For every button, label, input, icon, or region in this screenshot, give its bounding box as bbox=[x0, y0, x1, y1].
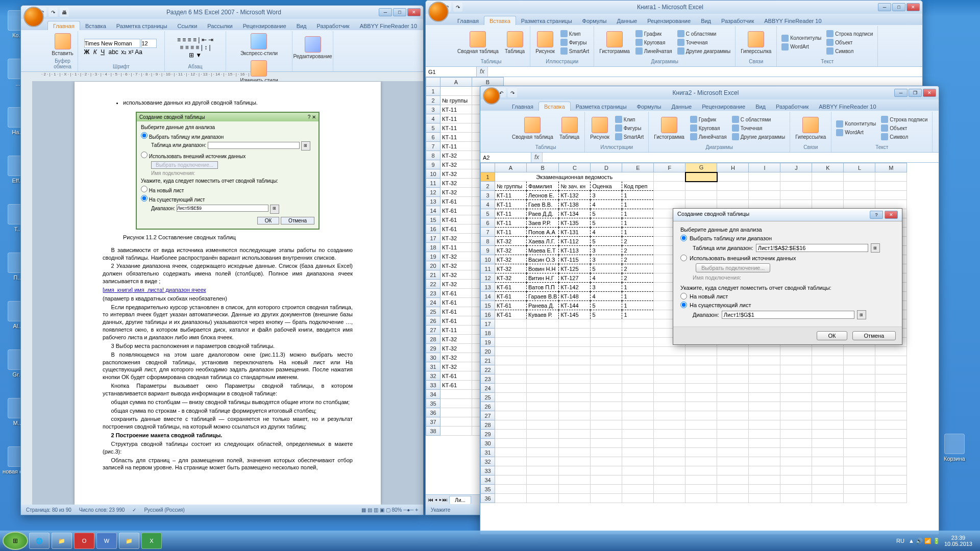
histogram-button[interactable]: Гистограмма bbox=[597, 30, 632, 55]
ribbon-tab[interactable]: Рассылки bbox=[202, 21, 237, 30]
minimize-button[interactable]: ─ bbox=[878, 3, 891, 11]
bold-button[interactable]: Ж bbox=[84, 48, 90, 56]
hyperlink-button[interactable]: Гиперссылка bbox=[739, 30, 773, 55]
ribbon-tab[interactable]: Вставка bbox=[80, 21, 111, 30]
redo-icon[interactable]: ↷ bbox=[453, 3, 462, 12]
redo-icon[interactable]: ↷ bbox=[508, 88, 517, 97]
minimize-button[interactable]: ─ bbox=[379, 8, 392, 16]
ribbon-tab[interactable]: Формулы bbox=[632, 102, 667, 111]
ruler-vertical[interactable] bbox=[21, 81, 32, 505]
existing-sheet-option[interactable]: На существующий лист bbox=[680, 302, 895, 308]
cancel-button[interactable]: Отмена bbox=[852, 331, 896, 340]
minimize-button[interactable]: ─ bbox=[894, 89, 908, 97]
ribbon-tab[interactable]: Рецензирование bbox=[238, 21, 291, 30]
document-area[interactable]: использование данных из другой сводной т… bbox=[21, 81, 423, 505]
recycle-bin[interactable]: Корзина bbox=[939, 434, 970, 462]
fx-icon[interactable]: fx bbox=[477, 67, 487, 77]
font-size[interactable] bbox=[141, 39, 157, 48]
new-sheet-option[interactable]: На новый лист bbox=[680, 293, 895, 299]
office-button[interactable] bbox=[428, 2, 449, 22]
close-button[interactable]: ✕ bbox=[923, 89, 936, 97]
pivot-table-button[interactable]: Сводная таблица bbox=[510, 116, 555, 141]
ribbon-tab[interactable]: Вставка bbox=[538, 102, 571, 111]
maximize-button[interactable]: □ bbox=[892, 3, 905, 11]
ribbon-tab[interactable]: Главная bbox=[452, 16, 484, 25]
help-button[interactable]: ? bbox=[870, 211, 883, 219]
task-excel[interactable]: X bbox=[141, 533, 162, 549]
ribbon-tabs: ГлавнаяВставкаРазметка страницыФормулыДа… bbox=[426, 14, 922, 25]
ribbon-tab[interactable]: Ссылки bbox=[173, 21, 203, 30]
redo-icon[interactable]: ↷ bbox=[48, 8, 58, 17]
formula-bar[interactable] bbox=[542, 153, 939, 162]
ribbon-tab[interactable]: Разметка страницы bbox=[111, 21, 173, 30]
ribbon-tab[interactable]: Разработчик bbox=[771, 102, 814, 111]
destination-input[interactable] bbox=[722, 311, 854, 319]
print-icon[interactable]: 🖶 bbox=[60, 8, 69, 17]
pivot-table-button[interactable]: Сводная таблица bbox=[455, 30, 501, 55]
name-box[interactable]: G1 bbox=[426, 67, 477, 77]
ribbon-tab[interactable]: Разметка страницы bbox=[571, 102, 632, 111]
italic-button[interactable]: К bbox=[93, 48, 97, 56]
ribbon-tab[interactable]: Данные bbox=[666, 102, 697, 111]
task-explorer[interactable]: 📁 bbox=[52, 533, 72, 549]
formula-bar[interactable] bbox=[487, 67, 922, 77]
dest-ref-icon[interactable]: ⊞ bbox=[857, 310, 866, 319]
ribbon-tab[interactable]: Вставка bbox=[484, 16, 516, 25]
task-ie[interactable]: 🌐 bbox=[29, 533, 50, 549]
word-title: Раздел 6 MS Excel 2007 - Microsoft Word bbox=[69, 9, 379, 16]
ribbon-tab[interactable]: ABBYY FineReader 10 bbox=[814, 102, 881, 111]
office-button[interactable] bbox=[23, 7, 44, 27]
ruler-horizontal[interactable]: · 2 · | · 1 · | · X · | · 1 · | · 2 · | … bbox=[21, 72, 423, 81]
editing-button[interactable]: Редактирование bbox=[291, 35, 334, 60]
close-button[interactable]: ✕ bbox=[885, 211, 898, 219]
table-button[interactable]: Таблица bbox=[503, 30, 527, 55]
select-range-option[interactable]: Выбрать таблицу или диапазон bbox=[680, 235, 895, 241]
express-styles[interactable]: Экспресс-стили bbox=[238, 32, 280, 57]
underline-button[interactable]: Ч bbox=[101, 48, 105, 56]
system-tray[interactable]: RU ▲ 🔊 📶 🔋 23:3910.05.2013 bbox=[896, 535, 977, 547]
paste-button[interactable]: Вставить bbox=[50, 32, 75, 57]
close-button[interactable]: ✕ bbox=[407, 8, 421, 16]
ribbon-tab[interactable]: Вид bbox=[291, 21, 312, 30]
maximize-button[interactable]: □ bbox=[393, 8, 406, 16]
name-box[interactable]: A2 bbox=[480, 153, 531, 162]
ribbon-tab[interactable]: Главная bbox=[47, 21, 80, 30]
ribbon-tab[interactable]: Главная bbox=[507, 102, 538, 111]
strike-button[interactable]: abc bbox=[108, 48, 118, 56]
ribbon-tab[interactable]: Разработчик bbox=[312, 21, 355, 30]
fx-icon[interactable]: fx bbox=[531, 153, 542, 162]
restore-button[interactable]: ❐ bbox=[909, 89, 922, 97]
range-input[interactable] bbox=[756, 244, 868, 252]
task-word[interactable]: W bbox=[96, 533, 117, 549]
smartart-button[interactable]: SmartArt bbox=[559, 47, 591, 55]
ok-button[interactable]: ОК bbox=[817, 331, 848, 340]
destination-field[interactable]: Диапазон: ⊞ bbox=[680, 310, 895, 319]
shapes-button[interactable]: Фигуры bbox=[559, 38, 591, 46]
ribbon-tab[interactable]: ABBYY FineReader 10 bbox=[759, 16, 826, 25]
excel1-title: Книга1 - Microsoft Excel bbox=[462, 4, 878, 11]
change-styles[interactable]: Изменить стили bbox=[238, 59, 280, 84]
table-button[interactable]: Таблица bbox=[557, 116, 581, 141]
clip-button[interactable]: Клип bbox=[559, 30, 591, 38]
taskbar: ⊞ 🌐 📁 O W 📁 X RU ▲ 🔊 📶 🔋 23:3910.05.2013 bbox=[0, 531, 980, 551]
ribbon-tab[interactable]: Вид bbox=[750, 102, 771, 111]
range-ref-icon[interactable]: ⊞ bbox=[871, 243, 880, 253]
ribbon-tab[interactable]: Данные bbox=[611, 16, 642, 25]
office-button[interactable] bbox=[483, 87, 500, 105]
external-source-option[interactable]: Использовать внешний источник данных bbox=[680, 255, 895, 261]
close-button[interactable]: ✕ bbox=[906, 3, 920, 11]
task-folder[interactable]: 📁 bbox=[119, 533, 139, 549]
ribbon-tab[interactable]: Рецензирование bbox=[642, 16, 696, 25]
ribbon-tab[interactable]: Разработчик bbox=[716, 16, 759, 25]
font-name[interactable] bbox=[84, 39, 140, 48]
task-opera[interactable]: O bbox=[74, 533, 94, 549]
picture-button[interactable]: Рисунок bbox=[533, 30, 557, 55]
ribbon-tab[interactable]: Формулы bbox=[577, 16, 612, 25]
excel2-title: Книга2 - Microsoft Excel bbox=[517, 89, 894, 96]
ribbon-tab[interactable]: ABBYY FineReader 10 bbox=[355, 21, 422, 30]
start-button[interactable]: ⊞ bbox=[3, 532, 28, 550]
table-range-field[interactable]: Таблица или диапазон: ⊞ bbox=[680, 243, 895, 253]
ribbon-tab[interactable]: Разметка страницы bbox=[516, 16, 577, 25]
ribbon-tab[interactable]: Вид bbox=[696, 16, 716, 25]
ribbon-tab[interactable]: Рецензирование bbox=[697, 102, 750, 111]
